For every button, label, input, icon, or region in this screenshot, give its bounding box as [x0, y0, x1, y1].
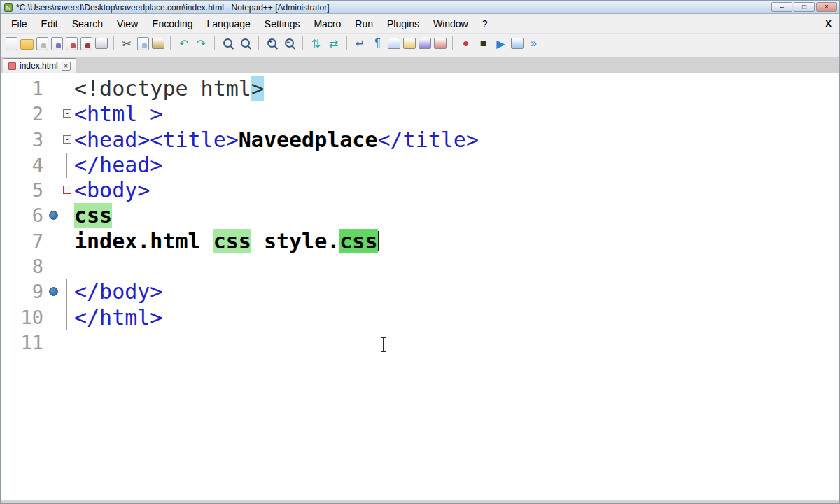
- fold-margin[interactable]: [60, 229, 74, 254]
- close-icon[interactable]: [66, 37, 78, 50]
- menu-item-run[interactable]: Run: [348, 15, 380, 32]
- fold-margin[interactable]: [60, 76, 74, 102]
- editor-line[interactable]: 6css: [1, 203, 839, 228]
- bookmark-margin[interactable]: [48, 330, 60, 356]
- bookmark-margin[interactable]: [48, 178, 60, 203]
- menu-item-macro[interactable]: Macro: [307, 15, 348, 32]
- menu-item-view[interactable]: View: [110, 15, 145, 32]
- indent-guide-icon[interactable]: [388, 38, 400, 49]
- code-line[interactable]: </body>: [74, 279, 162, 304]
- menu-item-settings[interactable]: Settings: [258, 15, 307, 32]
- zoom-out-icon[interactable]: −: [282, 36, 297, 51]
- line-number: 8: [1, 254, 48, 279]
- editor-line[interactable]: 9</body>: [1, 279, 839, 304]
- close-document-x[interactable]: X: [825, 18, 832, 29]
- menu-item-help[interactable]: ?: [475, 15, 495, 32]
- cut-icon[interactable]: ✂: [120, 36, 134, 51]
- code-segment: <html >: [74, 102, 162, 126]
- document-map-icon[interactable]: [403, 38, 416, 49]
- bookmark-margin[interactable]: [48, 76, 60, 102]
- bookmark-margin[interactable]: [48, 229, 60, 254]
- undo-icon[interactable]: ↶: [176, 36, 191, 51]
- window-title: *C:\Users\naveed\Desktop\naveedplace.com…: [16, 3, 330, 13]
- maximize-button[interactable]: □: [794, 2, 815, 12]
- tab-index-html[interactable]: index.html ×: [3, 58, 76, 73]
- fold-collapse-icon[interactable]: -: [63, 109, 71, 118]
- fold-collapse-icon[interactable]: -: [63, 135, 71, 144]
- bookmark-margin[interactable]: [48, 203, 60, 228]
- print-icon[interactable]: [95, 38, 108, 49]
- menu-item-window[interactable]: Window: [426, 15, 475, 32]
- code-line[interactable]: <!doctype html>: [74, 76, 264, 102]
- editor-area[interactable]: 1<!doctype html>2-<html >3-<head><title>…: [1, 74, 839, 500]
- editor-line[interactable]: 5-<body>: [1, 178, 839, 203]
- editor-line[interactable]: 1<!doctype html>: [1, 76, 839, 102]
- open-folder-icon[interactable]: [20, 39, 34, 50]
- fold-margin[interactable]: [60, 153, 74, 178]
- bookmark-icon[interactable]: [49, 211, 58, 220]
- code-line[interactable]: <html >: [74, 102, 162, 127]
- bookmark-margin[interactable]: [48, 153, 60, 178]
- editor-line[interactable]: 7index.html css style.css: [1, 229, 839, 254]
- menu-item-encoding[interactable]: Encoding: [145, 15, 200, 32]
- title-bar[interactable]: N *C:\Users\naveed\Desktop\naveedplace.c…: [1, 1, 839, 14]
- sync-horizontal-scroll-icon[interactable]: ⇄: [326, 36, 341, 51]
- menu-item-edit[interactable]: Edit: [34, 15, 65, 32]
- find-icon[interactable]: [220, 36, 235, 51]
- fold-margin[interactable]: [60, 254, 74, 279]
- menu-item-file[interactable]: File: [4, 15, 34, 32]
- editor-line[interactable]: 8: [1, 254, 839, 279]
- code-line[interactable]: css: [74, 203, 112, 228]
- paste-icon[interactable]: [152, 38, 164, 49]
- close-all-icon[interactable]: [80, 37, 92, 50]
- fold-margin[interactable]: [60, 279, 74, 304]
- replace-icon[interactable]: [238, 36, 253, 51]
- tab-close-icon[interactable]: ×: [62, 62, 71, 71]
- function-list-icon[interactable]: [419, 38, 431, 49]
- bookmark-margin[interactable]: [48, 127, 60, 153]
- fold-margin[interactable]: -: [60, 178, 74, 203]
- fold-margin[interactable]: [60, 305, 74, 330]
- word-wrap-icon[interactable]: ↵: [353, 36, 368, 51]
- copy-icon[interactable]: [137, 37, 149, 50]
- save-all-icon[interactable]: [51, 37, 63, 50]
- minimize-button[interactable]: –: [771, 2, 792, 12]
- save-icon[interactable]: [36, 37, 48, 50]
- zoom-in-icon[interactable]: +: [265, 36, 279, 51]
- fold-collapse-icon[interactable]: -: [63, 186, 71, 194]
- code-line[interactable]: <body>: [74, 178, 150, 203]
- editor-line[interactable]: 3-<head><title>Naveedplace</title>: [1, 127, 839, 153]
- fold-margin[interactable]: [60, 330, 74, 356]
- editor-line[interactable]: 4</head>: [1, 153, 839, 178]
- editor-line[interactable]: 2-<html >: [1, 102, 839, 127]
- macro-run-multiple-icon[interactable]: »: [526, 36, 541, 51]
- new-file-icon[interactable]: [6, 37, 18, 50]
- redo-icon[interactable]: ↷: [194, 36, 209, 51]
- bookmark-icon[interactable]: [49, 287, 58, 296]
- bookmark-margin[interactable]: [48, 279, 60, 304]
- editor-line[interactable]: 11: [1, 330, 839, 356]
- code-line[interactable]: </html>: [74, 305, 162, 330]
- fold-margin[interactable]: -: [60, 102, 74, 127]
- menu-item-plugins[interactable]: Plugins: [380, 15, 426, 32]
- text-caret: [378, 231, 379, 251]
- show-all-characters-icon[interactable]: ¶: [370, 36, 385, 51]
- code-line[interactable]: </head>: [74, 153, 162, 178]
- menu-item-language[interactable]: Language: [200, 15, 258, 32]
- bookmark-margin[interactable]: [48, 102, 60, 127]
- editor-line[interactable]: 10</html>: [1, 305, 839, 330]
- close-button[interactable]: ×: [816, 2, 837, 12]
- macro-save-icon[interactable]: [511, 38, 524, 49]
- code-line[interactable]: index.html css style.css: [74, 229, 379, 254]
- sync-vertical-scroll-icon[interactable]: ⇅: [309, 36, 323, 51]
- macro-stop-icon[interactable]: ■: [476, 36, 491, 51]
- fold-margin[interactable]: -: [60, 127, 74, 153]
- code-line[interactable]: <head><title>Naveedplace</title>: [74, 127, 479, 153]
- bookmark-margin[interactable]: [48, 254, 60, 279]
- macro-record-icon[interactable]: ●: [458, 36, 473, 51]
- menu-item-search[interactable]: Search: [65, 15, 110, 32]
- fold-margin[interactable]: [60, 203, 74, 228]
- bookmark-margin[interactable]: [48, 305, 60, 330]
- file-monitoring-icon[interactable]: [434, 38, 447, 49]
- macro-play-icon[interactable]: ▶: [493, 36, 508, 51]
